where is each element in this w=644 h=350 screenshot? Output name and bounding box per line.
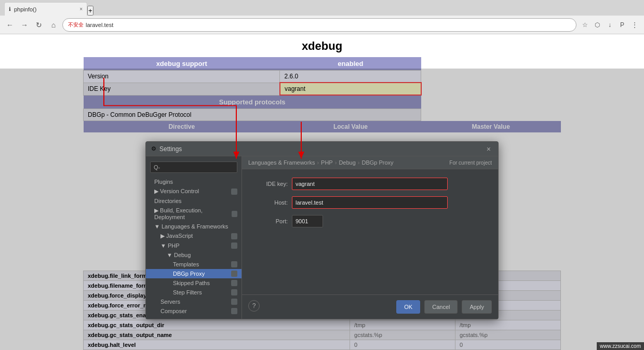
forward-btn[interactable]: → [19, 19, 30, 31]
for-current-label: For current project [449, 160, 492, 166]
host-input[interactable] [292, 196, 448, 209]
sidebar-badge-php [231, 243, 237, 249]
ide-key-input[interactable] [292, 178, 448, 190]
breadcrumb-dbgp: DBGp Proxy [361, 159, 393, 166]
bookmark-icon[interactable]: ☆ [580, 20, 590, 30]
page-title: xdebug [0, 34, 644, 57]
sidebar-item-servers[interactable]: Servers [146, 297, 242, 306]
tab-bar: ℹ phpinfo() × + [0, 0, 644, 16]
search-box[interactable]: Q- [150, 161, 237, 173]
refresh-btn[interactable]: ↻ [33, 19, 45, 31]
sidebar-item-javascript[interactable]: ▶ JavaScript [146, 231, 242, 241]
sidebar-badge-composer [231, 308, 237, 314]
sidebar-badge-build,-execution,-deployment [232, 211, 237, 217]
sidebar-badge-servers [231, 299, 237, 305]
sidebar-item-plugins[interactable]: Plugins [146, 177, 242, 186]
host-label: Host: [250, 199, 292, 206]
sidebar-item-directories[interactable]: Directories [146, 196, 242, 206]
tab-close-btn[interactable]: × [79, 6, 83, 12]
breadcrumb-sep3: › [358, 159, 360, 166]
dialog-breadcrumb: Languages & Frameworks › PHP › Debug › D… [242, 156, 498, 169]
toolbar-icons: ☆ ⬡ ↓ P ⋮ [580, 20, 640, 30]
new-tab-btn[interactable]: + [87, 6, 93, 16]
sidebar-badge-version-control [231, 189, 237, 195]
breadcrumb-sep2: › [335, 159, 337, 166]
dialog-form: IDE key: Host: Port: [242, 169, 498, 294]
dialog-overlay: ⚙ Settings × Q- Plugins▶ Version Control… [0, 69, 644, 350]
dialog-right-content: Languages & Frameworks › PHP › Debug › D… [242, 156, 498, 319]
apply-button[interactable]: Apply [462, 300, 492, 314]
dialog-title: Settings [159, 145, 481, 153]
watermark-text: www.zzsucai.com [600, 343, 641, 349]
breadcrumb-debug: Debug [339, 159, 355, 166]
ext1-icon[interactable]: ⬡ [592, 20, 602, 30]
sidebar-item-languages-&-frameworks[interactable]: ▼ Languages & Frameworks [146, 222, 242, 231]
sidebar-item-composer[interactable]: Composer [146, 306, 242, 316]
tab-favicon: ℹ [9, 6, 11, 12]
browser-toolbar: ← → ↻ ⌂ 不安全 laravel.test ☆ ⬡ ↓ P ⋮ [0, 16, 644, 34]
port-input[interactable] [292, 215, 323, 227]
sidebar-item-step-filters[interactable]: Step Filters [146, 288, 242, 297]
insecure-label: 不安全 [68, 21, 84, 29]
dialog-footer: ? OK Cancel Apply [242, 294, 498, 319]
browser-chrome: ℹ phpinfo() × + ← → ↻ ⌂ 不安全 laravel.test… [0, 0, 644, 34]
ext3-icon[interactable]: P [617, 20, 627, 30]
sidebar-item-dbgp-proxy[interactable]: DBGp Proxy [146, 269, 242, 278]
port-label: Port: [250, 218, 292, 224]
breadcrumb-sep1: › [317, 159, 319, 166]
help-btn[interactable]: ? [248, 300, 260, 312]
sidebar-badge-javascript [231, 233, 237, 239]
ext2-icon[interactable]: ↓ [605, 20, 615, 30]
dialog-close-btn[interactable]: × [485, 145, 493, 153]
port-row: Port: [250, 215, 490, 227]
cancel-button[interactable]: Cancel [424, 300, 458, 314]
ide-key-row: IDE key: [250, 178, 490, 190]
dialog-sidebar: Q- Plugins▶ Version ControlDirectories▶ … [146, 156, 242, 319]
tab-label: phpinfo() [14, 6, 36, 12]
sidebar-item-version-control[interactable]: ▶ Version Control [146, 186, 242, 196]
sidebar-badge-dbgp-proxy [231, 271, 237, 277]
sidebar-item-skipped-paths[interactable]: Skipped Paths [146, 278, 242, 288]
sidebar-item-php[interactable]: ▼ PHP [146, 241, 242, 250]
watermark: www.zzsucai.com [597, 342, 644, 350]
home-btn[interactable]: ⌂ [48, 19, 59, 31]
breadcrumb-lf: Languages & Frameworks [248, 159, 315, 166]
active-tab[interactable]: ℹ phpinfo() × [4, 2, 87, 16]
back-btn[interactable]: ← [4, 19, 16, 31]
ide-key-label: IDE key: [250, 181, 292, 187]
sidebar-badge-skipped-paths [231, 280, 237, 286]
url-text: laravel.test [86, 22, 113, 28]
sidebar-item-build,-execution,-deployment[interactable]: ▶ Build, Execution, Deployment [146, 206, 242, 222]
ok-button[interactable]: OK [396, 300, 420, 314]
sidebar-badge-templates [231, 261, 237, 267]
more-menu-icon[interactable]: ⋮ [629, 20, 640, 30]
dialog-body: Q- Plugins▶ Version ControlDirectories▶ … [146, 156, 498, 319]
sidebar-badge-step-filters [231, 289, 237, 295]
sidebar-item-debug[interactable]: ▼ Debug [146, 250, 242, 260]
dialog-titlebar: ⚙ Settings × [146, 142, 498, 156]
settings-dialog: ⚙ Settings × Q- Plugins▶ Version Control… [145, 141, 499, 319]
address-bar[interactable]: 不安全 laravel.test [62, 18, 576, 32]
search-prefix: Q- [154, 164, 234, 170]
sidebar-item-templates[interactable]: Templates [146, 260, 242, 269]
host-row: Host: [250, 196, 490, 209]
breadcrumb-php: PHP [321, 159, 333, 166]
